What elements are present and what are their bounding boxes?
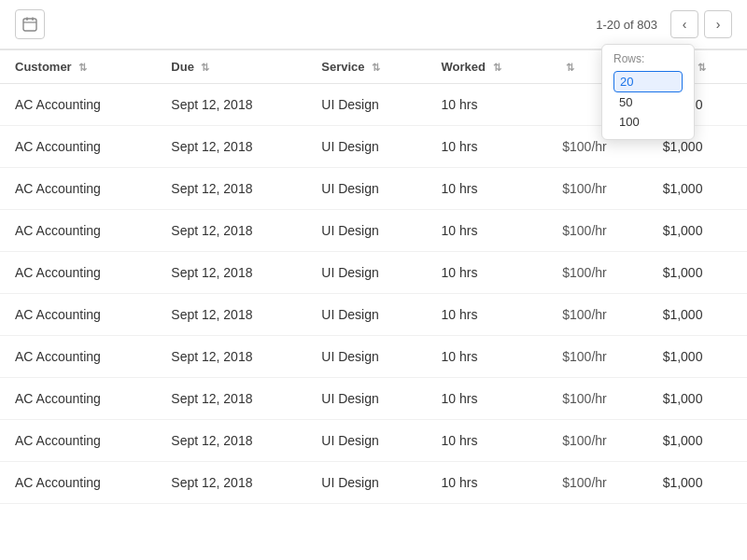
cell-customer: AC Accounting — [0, 126, 156, 168]
cell-rate: $100/hr — [547, 210, 647, 252]
cell-worked: 10 hrs — [426, 336, 547, 378]
cell-service: UI Design — [306, 420, 426, 462]
col-label-customer: Customer — [15, 60, 72, 74]
cell-customer: AC Accounting — [0, 420, 156, 462]
col-label-service: Service — [321, 60, 364, 74]
cell-service: UI Design — [306, 336, 426, 378]
col-label-due: Due — [171, 60, 194, 74]
cell-total: $1,000 — [648, 378, 747, 420]
cell-due: Sept 12, 2018 — [156, 210, 306, 252]
table-row[interactable]: AC AccountingSept 12, 2018UI Design10 hr… — [0, 168, 747, 210]
cell-rate: $100/hr — [547, 462, 647, 504]
cell-worked: 10 hrs — [426, 462, 547, 504]
prev-page-button[interactable]: ‹ — [670, 10, 698, 38]
cell-service: UI Design — [306, 210, 426, 252]
col-header-due[interactable]: Due ⇅ — [156, 50, 306, 84]
cell-due: Sept 12, 2018 — [156, 294, 306, 336]
cell-service: UI Design — [306, 168, 426, 210]
cell-worked: 10 hrs — [426, 378, 547, 420]
sort-icon-rate: ⇅ — [566, 62, 574, 74]
sort-icon-due: ⇅ — [201, 62, 209, 74]
next-page-button[interactable]: › — [704, 10, 732, 38]
pagination-controls: 1-20 of 803 ‹ › Rows: 20 50 100 — [596, 10, 732, 38]
col-label-worked: Worked — [441, 60, 485, 74]
cell-due: Sept 12, 2018 — [156, 420, 306, 462]
cell-customer: AC Accounting — [0, 336, 156, 378]
cell-rate: $100/hr — [547, 294, 647, 336]
cell-total: $1,000 — [648, 252, 747, 294]
cell-due: Sept 12, 2018 — [156, 126, 306, 168]
chevron-left-icon: ‹ — [683, 17, 687, 32]
cell-service: UI Design — [306, 252, 426, 294]
top-bar: 1-20 of 803 ‹ › Rows: 20 50 100 — [0, 0, 747, 49]
cell-total: $1,000 — [648, 420, 747, 462]
cell-customer: AC Accounting — [0, 84, 156, 126]
rows-option-50[interactable]: 50 — [613, 92, 683, 112]
cell-worked: 10 hrs — [426, 252, 547, 294]
cell-due: Sept 12, 2018 — [156, 378, 306, 420]
col-header-worked[interactable]: Worked ⇅ — [426, 50, 547, 84]
table-row[interactable]: AC AccountingSept 12, 2018UI Design10 hr… — [0, 378, 747, 420]
cell-due: Sept 12, 2018 — [156, 84, 306, 126]
cell-total: $1,000 — [648, 168, 747, 210]
cell-rate: $100/hr — [547, 420, 647, 462]
cell-rate: $100/hr — [547, 378, 647, 420]
cell-total: $1,000 — [648, 462, 747, 504]
sort-icon-service: ⇅ — [372, 62, 380, 74]
cell-rate: $100/hr — [547, 252, 647, 294]
col-header-service[interactable]: Service ⇅ — [306, 50, 426, 84]
cell-rate: $100/hr — [547, 336, 647, 378]
rows-per-page-popup: Rows: 20 50 100 — [601, 44, 695, 140]
rows-option-20[interactable]: 20 — [613, 71, 683, 92]
cell-service: UI Design — [306, 378, 426, 420]
cell-due: Sept 12, 2018 — [156, 252, 306, 294]
cell-worked: 10 hrs — [426, 420, 547, 462]
cell-total: $1,000 — [648, 294, 747, 336]
table-body: AC AccountingSept 12, 2018UI Design10 hr… — [0, 84, 747, 504]
cell-service: UI Design — [306, 462, 426, 504]
cell-worked: 10 hrs — [426, 294, 547, 336]
cell-service: UI Design — [306, 294, 426, 336]
table-row[interactable]: AC AccountingSept 12, 2018UI Design10 hr… — [0, 252, 747, 294]
table-row[interactable]: AC AccountingSept 12, 2018UI Design10 hr… — [0, 420, 747, 462]
rows-option-100[interactable]: 100 — [613, 112, 683, 132]
cell-total: $1,000 — [648, 336, 747, 378]
cell-customer: AC Accounting — [0, 168, 156, 210]
cell-customer: AC Accounting — [0, 294, 156, 336]
table-row[interactable]: AC AccountingSept 12, 2018UI Design10 hr… — [0, 462, 747, 504]
cell-worked: 10 hrs — [426, 126, 547, 168]
pagination-info: 1-20 of 803 — [596, 18, 657, 32]
svg-rect-0 — [23, 19, 36, 31]
cell-worked: 10 hrs — [426, 210, 547, 252]
sort-icon-total: ⇅ — [698, 62, 706, 74]
rows-label: Rows: — [613, 52, 683, 65]
table-row[interactable]: AC AccountingSept 12, 2018UI Design10 hr… — [0, 210, 747, 252]
cell-customer: AC Accounting — [0, 252, 156, 294]
cell-customer: AC Accounting — [0, 210, 156, 252]
cell-service: UI Design — [306, 84, 426, 126]
cell-worked: 10 hrs — [426, 168, 547, 210]
table-row[interactable]: AC AccountingSept 12, 2018UI Design10 hr… — [0, 336, 747, 378]
sort-icon-customer: ⇅ — [78, 62, 87, 74]
col-header-customer[interactable]: Customer ⇅ — [0, 50, 156, 84]
table-row[interactable]: AC AccountingSept 12, 2018UI Design10 hr… — [0, 294, 747, 336]
cell-customer: AC Accounting — [0, 462, 156, 504]
calendar-icon — [22, 17, 37, 32]
cell-due: Sept 12, 2018 — [156, 336, 306, 378]
cell-worked: 10 hrs — [426, 84, 547, 126]
chevron-right-icon: › — [716, 17, 721, 32]
cell-due: Sept 12, 2018 — [156, 462, 306, 504]
cell-due: Sept 12, 2018 — [156, 168, 306, 210]
cell-rate: $100/hr — [547, 168, 647, 210]
cell-service: UI Design — [306, 126, 426, 168]
cell-total: $1,000 — [648, 210, 747, 252]
cell-customer: AC Accounting — [0, 378, 156, 420]
calendar-button[interactable] — [15, 9, 45, 39]
sort-icon-worked: ⇅ — [493, 62, 501, 74]
